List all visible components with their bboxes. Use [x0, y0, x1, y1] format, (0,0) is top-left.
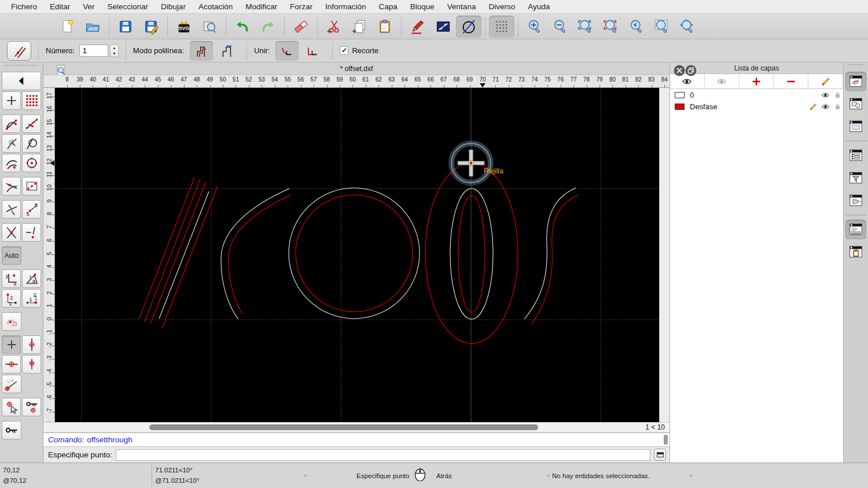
palette-drag-handle[interactable] — [5, 65, 38, 69]
layer-lock-icon[interactable] — [830, 102, 838, 111]
current-tool-button[interactable] — [7, 41, 31, 61]
dock-drag-handle[interactable] — [849, 64, 863, 69]
undo-button[interactable] — [230, 16, 255, 38]
coordinate-relative-cartesian-button[interactable]: 21 — [2, 289, 21, 308]
remove-layer-button[interactable] — [774, 74, 808, 88]
add-layer-button[interactable] — [740, 74, 774, 88]
menu-fichero[interactable]: Fichero — [5, 0, 43, 13]
measure-button[interactable] — [431, 16, 456, 38]
open-file-button[interactable] — [80, 16, 105, 38]
join-round-button[interactable] — [275, 41, 299, 61]
snap-endpoints-button[interactable] — [2, 114, 21, 133]
restrict-nothing-button[interactable] — [2, 335, 21, 354]
horizontal-scrollbar[interactable]: 1 < 10 — [43, 422, 670, 432]
cut-button[interactable] — [321, 16, 347, 38]
restrict-horizontal-button[interactable] — [2, 355, 21, 374]
menu-ver[interactable]: Ver — [76, 0, 101, 13]
command-input[interactable] — [116, 449, 650, 461]
dock-layer-list-button[interactable] — [845, 72, 866, 91]
save-file-button[interactable] — [113, 16, 138, 38]
zoom-pan-button[interactable] — [675, 16, 700, 38]
restrict-vertical-alt-button[interactable] — [22, 355, 41, 374]
number-stepper[interactable]: ▲▼ — [110, 45, 119, 57]
snap-center-button[interactable] — [22, 154, 41, 172]
restrict-orthogonal-button[interactable] — [2, 200, 21, 219]
snap-tangent-line-button[interactable] — [2, 177, 21, 195]
relative-zero-key-button[interactable] — [2, 421, 21, 439]
snap-grid-button[interactable] — [22, 91, 41, 110]
snap-free-button[interactable] — [2, 91, 21, 110]
redo-button[interactable] — [255, 16, 281, 38]
coordinate-relative-polar-button[interactable]: 12 — [22, 289, 41, 308]
layer-lock-icon[interactable] — [830, 91, 838, 99]
layer-visibility-eye-icon[interactable] — [818, 91, 826, 99]
hide-all-layers-button[interactable] — [705, 74, 740, 88]
dock-block-list-button[interactable] — [845, 94, 866, 114]
menu-capa[interactable]: Capa — [373, 0, 404, 13]
dock-command-trigger-button[interactable] — [845, 191, 866, 210]
svg-export-button[interactable]: SVG — [171, 16, 197, 38]
restrict-to-entity-button[interactable] — [2, 312, 21, 331]
trim-checkbox[interactable]: ✓ — [340, 46, 348, 55]
paste-button[interactable] — [372, 16, 398, 38]
coordinate-polar-button[interactable]: ra — [22, 269, 41, 288]
snap-intersection-manual-button[interactable] — [22, 223, 41, 242]
menu-acotación[interactable]: Acotación — [192, 0, 239, 13]
snap-perpendicular-button[interactable] — [2, 134, 21, 153]
snap-auto-button[interactable]: Auto — [2, 246, 21, 265]
dock-clipboard-button[interactable] — [845, 242, 866, 262]
command-window-toggle-button[interactable] — [654, 449, 666, 461]
zoom-window-button[interactable] — [649, 16, 675, 38]
dock-property-editor-button[interactable] — [845, 146, 866, 165]
zoom-out-button[interactable] — [547, 16, 573, 38]
copy-button[interactable] — [347, 16, 372, 38]
set-relative-zero-button[interactable] — [2, 398, 21, 416]
lock-relative-zero-button[interactable] — [22, 398, 41, 416]
layer-row[interactable]: 0 — [670, 89, 843, 101]
dock-command-line-button[interactable]: command — [845, 220, 866, 239]
eraser-button[interactable] — [288, 16, 314, 38]
number-input[interactable] — [79, 45, 108, 57]
menu-forzar[interactable]: Forzar — [284, 0, 319, 13]
float-panel-icon[interactable] — [684, 64, 698, 77]
menu-bloque[interactable]: Bloque — [404, 0, 441, 13]
number-spinbox[interactable]: ▲▼ — [79, 45, 119, 57]
print-preview-button[interactable] — [197, 16, 222, 38]
zoom-previous-button[interactable] — [624, 16, 649, 38]
snap-distance-button[interactable]: 12 — [22, 200, 41, 219]
layer-row[interactable]: Desfase — [670, 101, 843, 112]
edit-layer-button[interactable] — [808, 74, 843, 88]
restrict-vertical-button[interactable] — [22, 335, 41, 354]
zoom-select-button[interactable] — [598, 16, 624, 38]
snap-reference-button[interactable] — [22, 177, 41, 195]
horizontal-scrollbar-thumb[interactable] — [149, 424, 538, 430]
snap-nearest-button[interactable] — [2, 154, 21, 172]
snap-tangent-button[interactable] — [22, 134, 41, 153]
polyline-mode-1-button[interactable] — [190, 41, 213, 61]
new-file-button[interactable] — [54, 16, 80, 38]
menu-dibujar[interactable]: Dibujar — [155, 0, 192, 13]
zoom-in-button[interactable] — [522, 16, 547, 38]
menu-diverso[interactable]: Diverso — [482, 0, 521, 13]
menu-editar[interactable]: Editar — [43, 0, 76, 13]
menu-seleccionar[interactable]: Seleccionar — [101, 0, 155, 13]
menu-modificar[interactable]: Modificar — [239, 0, 284, 13]
join-sharp-button[interactable] — [301, 41, 324, 61]
vertical-scrollbar[interactable] — [659, 88, 670, 422]
grid-tool-button[interactable] — [489, 16, 514, 38]
snap-on-entity-button[interactable] — [22, 114, 41, 133]
menu-ventana[interactable]: Ventana — [441, 0, 483, 13]
draw-pencil-button[interactable] — [405, 16, 431, 38]
save-as-file-button[interactable] — [138, 16, 164, 38]
layer-visibility-eye-icon[interactable] — [818, 102, 826, 111]
command-history-scrollbar[interactable] — [664, 435, 668, 445]
drawing-canvas[interactable]: Rejilla — [55, 88, 659, 422]
back-button[interactable] — [2, 72, 41, 90]
menu-ayuda[interactable]: Ayuda — [521, 0, 556, 13]
zoom-auto-button[interactable] — [573, 16, 598, 38]
document-titlebar[interactable]: * offset.dxf — [43, 62, 670, 75]
dock-selection-filter-button[interactable] — [845, 168, 866, 188]
restrict-angle-button[interactable] — [2, 375, 21, 393]
polyline-mode-2-button[interactable] — [215, 41, 238, 61]
snap-intersection-button[interactable] — [2, 223, 21, 242]
